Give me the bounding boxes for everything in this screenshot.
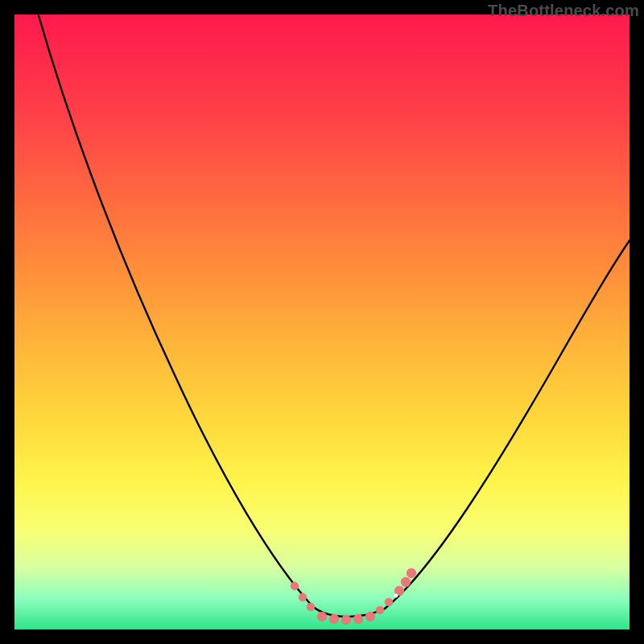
- svg-point-0: [291, 582, 299, 590]
- svg-point-11: [401, 577, 411, 587]
- svg-point-13: [394, 594, 398, 598]
- chart-frame: TheBottleneck.com: [0, 0, 644, 644]
- curve-svg: [14, 14, 630, 630]
- svg-point-8: [376, 606, 384, 614]
- svg-point-7: [365, 612, 375, 621]
- svg-point-1: [299, 593, 307, 601]
- svg-point-3: [317, 612, 327, 621]
- svg-point-12: [407, 568, 416, 578]
- plot-area: [14, 14, 630, 630]
- curve-right-branch: [385, 238, 630, 609]
- curve-left-branch: [34, 14, 312, 606]
- svg-point-2: [307, 603, 315, 611]
- svg-point-9: [385, 598, 393, 606]
- svg-point-6: [353, 614, 363, 624]
- watermark-text: TheBottleneck.com: [488, 2, 639, 20]
- svg-point-5: [341, 615, 351, 625]
- svg-point-4: [329, 614, 339, 624]
